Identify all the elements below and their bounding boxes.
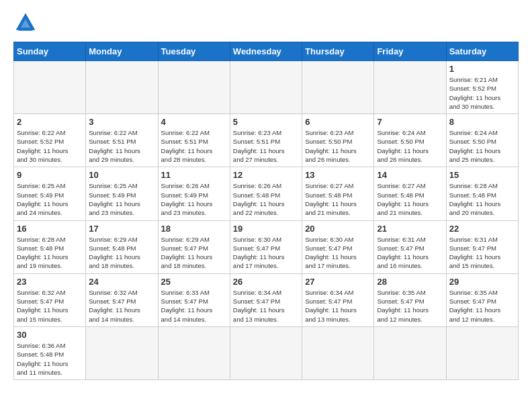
calendar-cell: 16Sunrise: 6:28 AMSunset: 5:48 PMDayligh… bbox=[14, 220, 86, 273]
calendar-cell: 15Sunrise: 6:28 AMSunset: 5:48 PMDayligh… bbox=[446, 167, 518, 220]
calendar-cell: 21Sunrise: 6:31 AMSunset: 5:47 PMDayligh… bbox=[374, 220, 446, 273]
day-info: Sunrise: 6:23 AMSunset: 5:51 PMDaylight:… bbox=[233, 128, 299, 164]
calendar-cell: 25Sunrise: 6:33 AMSunset: 5:47 PMDayligh… bbox=[158, 273, 230, 326]
day-header-monday: Monday bbox=[86, 42, 158, 61]
day-number: 15 bbox=[449, 170, 515, 180]
day-info: Sunrise: 6:28 AMSunset: 5:48 PMDaylight:… bbox=[17, 235, 83, 271]
day-number: 22 bbox=[449, 224, 515, 234]
day-number: 19 bbox=[233, 224, 299, 234]
day-info: Sunrise: 6:30 AMSunset: 5:47 PMDaylight:… bbox=[305, 235, 371, 271]
day-info: Sunrise: 6:31 AMSunset: 5:47 PMDaylight:… bbox=[449, 235, 515, 271]
calendar-cell bbox=[446, 326, 518, 379]
calendar-cell: 24Sunrise: 6:32 AMSunset: 5:47 PMDayligh… bbox=[86, 273, 158, 326]
calendar-cell: 27Sunrise: 6:34 AMSunset: 5:47 PMDayligh… bbox=[302, 273, 374, 326]
day-number: 16 bbox=[17, 224, 83, 234]
calendar-cell: 28Sunrise: 6:35 AMSunset: 5:47 PMDayligh… bbox=[374, 273, 446, 326]
day-number: 29 bbox=[449, 277, 515, 287]
calendar-cell: 19Sunrise: 6:30 AMSunset: 5:47 PMDayligh… bbox=[230, 220, 302, 273]
day-number: 23 bbox=[17, 277, 83, 287]
calendar-cell: 9Sunrise: 6:25 AMSunset: 5:49 PMDaylight… bbox=[14, 167, 86, 220]
day-info: Sunrise: 6:21 AMSunset: 5:52 PMDaylight:… bbox=[449, 75, 515, 111]
calendar-cell: 6Sunrise: 6:23 AMSunset: 5:50 PMDaylight… bbox=[302, 114, 374, 167]
week-row-6: 30Sunrise: 6:36 AMSunset: 5:48 PMDayligh… bbox=[14, 326, 519, 379]
day-info: Sunrise: 6:36 AMSunset: 5:48 PMDaylight:… bbox=[17, 341, 83, 377]
day-number: 3 bbox=[89, 117, 154, 127]
day-number: 14 bbox=[377, 170, 443, 180]
week-row-3: 9Sunrise: 6:25 AMSunset: 5:49 PMDaylight… bbox=[14, 167, 519, 220]
day-number: 21 bbox=[377, 224, 443, 234]
calendar-cell bbox=[86, 326, 158, 379]
day-info: Sunrise: 6:26 AMSunset: 5:48 PMDaylight:… bbox=[233, 181, 299, 217]
svg-rect-2 bbox=[18, 28, 33, 31]
day-number: 24 bbox=[89, 277, 154, 287]
day-info: Sunrise: 6:32 AMSunset: 5:47 PMDaylight:… bbox=[17, 288, 83, 324]
day-info: Sunrise: 6:25 AMSunset: 5:49 PMDaylight:… bbox=[89, 181, 154, 217]
week-row-2: 2Sunrise: 6:22 AMSunset: 5:52 PMDaylight… bbox=[14, 114, 519, 167]
day-number: 12 bbox=[233, 170, 299, 180]
logo-icon bbox=[13, 11, 38, 35]
calendar-cell bbox=[158, 61, 230, 114]
calendar-cell bbox=[158, 326, 230, 379]
day-number: 20 bbox=[305, 224, 371, 234]
logo bbox=[13, 11, 40, 35]
day-header-saturday: Saturday bbox=[446, 42, 518, 61]
day-info: Sunrise: 6:32 AMSunset: 5:47 PMDaylight:… bbox=[89, 288, 154, 324]
day-info: Sunrise: 6:24 AMSunset: 5:50 PMDaylight:… bbox=[377, 128, 443, 164]
day-number: 18 bbox=[161, 224, 227, 234]
calendar-cell: 13Sunrise: 6:27 AMSunset: 5:48 PMDayligh… bbox=[302, 167, 374, 220]
day-number: 26 bbox=[233, 277, 299, 287]
day-info: Sunrise: 6:25 AMSunset: 5:49 PMDaylight:… bbox=[17, 181, 83, 217]
day-info: Sunrise: 6:27 AMSunset: 5:48 PMDaylight:… bbox=[305, 181, 371, 217]
calendar-cell: 7Sunrise: 6:24 AMSunset: 5:50 PMDaylight… bbox=[374, 114, 446, 167]
day-number: 4 bbox=[161, 117, 227, 127]
calendar-cell bbox=[302, 326, 374, 379]
day-info: Sunrise: 6:22 AMSunset: 5:52 PMDaylight:… bbox=[17, 128, 83, 164]
calendar-cell: 20Sunrise: 6:30 AMSunset: 5:47 PMDayligh… bbox=[302, 220, 374, 273]
week-row-4: 16Sunrise: 6:28 AMSunset: 5:48 PMDayligh… bbox=[14, 220, 519, 273]
calendar-cell: 22Sunrise: 6:31 AMSunset: 5:47 PMDayligh… bbox=[446, 220, 518, 273]
day-info: Sunrise: 6:29 AMSunset: 5:47 PMDaylight:… bbox=[161, 235, 227, 271]
day-number: 17 bbox=[89, 224, 154, 234]
day-number: 13 bbox=[305, 170, 371, 180]
calendar-cell bbox=[374, 326, 446, 379]
day-number: 1 bbox=[449, 64, 515, 74]
day-number: 11 bbox=[161, 170, 227, 180]
day-number: 6 bbox=[305, 117, 371, 127]
header bbox=[13, 11, 519, 35]
calendar: SundayMondayTuesdayWednesdayThursdayFrid… bbox=[13, 42, 519, 380]
day-header-thursday: Thursday bbox=[302, 42, 374, 61]
calendar-cell: 4Sunrise: 6:22 AMSunset: 5:51 PMDaylight… bbox=[158, 114, 230, 167]
calendar-cell: 3Sunrise: 6:22 AMSunset: 5:51 PMDaylight… bbox=[86, 114, 158, 167]
calendar-cell: 5Sunrise: 6:23 AMSunset: 5:51 PMDaylight… bbox=[230, 114, 302, 167]
calendar-cell: 1Sunrise: 6:21 AMSunset: 5:52 PMDaylight… bbox=[446, 61, 518, 114]
calendar-cell: 12Sunrise: 6:26 AMSunset: 5:48 PMDayligh… bbox=[230, 167, 302, 220]
day-info: Sunrise: 6:31 AMSunset: 5:47 PMDaylight:… bbox=[377, 235, 443, 271]
calendar-header: SundayMondayTuesdayWednesdayThursdayFrid… bbox=[14, 42, 519, 61]
calendar-cell bbox=[374, 61, 446, 114]
day-number: 7 bbox=[377, 117, 443, 127]
day-number: 25 bbox=[161, 277, 227, 287]
day-info: Sunrise: 6:26 AMSunset: 5:49 PMDaylight:… bbox=[161, 181, 227, 217]
day-number: 5 bbox=[233, 117, 299, 127]
page: SundayMondayTuesdayWednesdayThursdayFrid… bbox=[0, 0, 532, 391]
calendar-cell: 30Sunrise: 6:36 AMSunset: 5:48 PMDayligh… bbox=[14, 326, 86, 379]
day-info: Sunrise: 6:33 AMSunset: 5:47 PMDaylight:… bbox=[161, 288, 227, 324]
calendar-cell: 26Sunrise: 6:34 AMSunset: 5:47 PMDayligh… bbox=[230, 273, 302, 326]
day-number: 30 bbox=[17, 330, 83, 340]
calendar-cell: 14Sunrise: 6:27 AMSunset: 5:48 PMDayligh… bbox=[374, 167, 446, 220]
week-row-1: 1Sunrise: 6:21 AMSunset: 5:52 PMDaylight… bbox=[14, 61, 519, 114]
day-number: 28 bbox=[377, 277, 443, 287]
calendar-cell: 11Sunrise: 6:26 AMSunset: 5:49 PMDayligh… bbox=[158, 167, 230, 220]
day-info: Sunrise: 6:29 AMSunset: 5:48 PMDaylight:… bbox=[89, 235, 154, 271]
calendar-cell: 18Sunrise: 6:29 AMSunset: 5:47 PMDayligh… bbox=[158, 220, 230, 273]
day-header-wednesday: Wednesday bbox=[230, 42, 302, 61]
day-info: Sunrise: 6:22 AMSunset: 5:51 PMDaylight:… bbox=[161, 128, 227, 164]
day-info: Sunrise: 6:34 AMSunset: 5:47 PMDaylight:… bbox=[233, 288, 299, 324]
week-row-5: 23Sunrise: 6:32 AMSunset: 5:47 PMDayligh… bbox=[14, 273, 519, 326]
calendar-cell bbox=[14, 61, 86, 114]
day-header-tuesday: Tuesday bbox=[158, 42, 230, 61]
day-number: 27 bbox=[305, 277, 371, 287]
day-info: Sunrise: 6:35 AMSunset: 5:47 PMDaylight:… bbox=[377, 288, 443, 324]
day-info: Sunrise: 6:22 AMSunset: 5:51 PMDaylight:… bbox=[89, 128, 154, 164]
day-info: Sunrise: 6:28 AMSunset: 5:48 PMDaylight:… bbox=[449, 181, 515, 217]
